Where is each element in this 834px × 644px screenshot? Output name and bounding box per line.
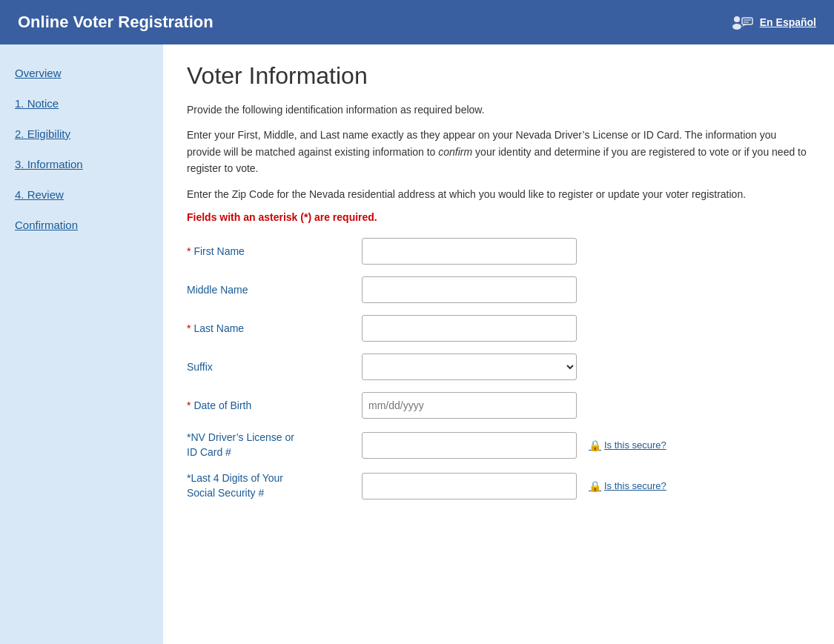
ssn-label: *Last 4 Digits of YourSocial Security # [187,471,350,500]
description-3: Enter the Zip Code for the Nevada reside… [187,186,810,202]
speaker-icon [730,13,754,31]
language-toggle[interactable]: En Español [760,16,816,28]
middle-name-input[interactable] [362,276,577,303]
middle-name-label: Middle Name [187,284,350,296]
svg-point-1 [732,24,741,30]
lock-icon-ssn: 🔒 [589,480,601,492]
svg-rect-2 [742,18,752,24]
nv-license-secure-link[interactable]: 🔒 Is this secure? [589,439,666,451]
main-layout: Overview 1. Notice 2. Eligibility 3. Inf… [0,44,834,644]
sidebar-item-information[interactable]: 3. Information [12,150,151,178]
last-name-required-star: * [187,322,191,334]
last-name-row: *Last Name [187,315,810,342]
description-2: Enter your First, Middle, and Last name … [187,127,810,176]
nv-license-label: *NV Driver’s License orID Card # [187,431,350,459]
header-right: En Español [730,13,816,31]
middle-name-row: Middle Name [187,276,810,303]
suffix-select[interactable]: Jr. Sr. II III IV [362,353,577,380]
nv-license-input[interactable] [362,432,577,459]
main-content: Voter Information Provide the following … [163,44,834,644]
ssn-input[interactable] [362,473,577,499]
dob-required-star: * [187,399,191,411]
first-name-input[interactable] [362,238,577,265]
last-name-input[interactable] [362,315,577,342]
sidebar-item-notice[interactable]: 1. Notice [12,90,151,117]
sidebar: Overview 1. Notice 2. Eligibility 3. Inf… [0,44,163,644]
nv-license-row: *NV Driver’s License orID Card # 🔒 Is th… [187,431,810,459]
dob-input[interactable] [362,392,577,419]
required-notice: Fields with an asterisk (*) are required… [187,211,810,223]
page-title: Voter Information [187,62,810,90]
first-name-row: *First Name [187,238,810,265]
dob-label: *Date of Birth [187,399,350,411]
header: Online Voter Registration En Español [0,0,834,44]
ssn-row: *Last 4 Digits of YourSocial Security # … [187,471,810,500]
last-name-label: *Last Name [187,322,350,334]
dob-row: *Date of Birth [187,392,810,419]
suffix-label: Suffix [187,361,350,373]
sidebar-item-confirmation[interactable]: Confirmation [12,211,151,239]
first-name-label: *First Name [187,245,350,257]
suffix-row: Suffix Jr. Sr. II III IV [187,353,810,380]
ssn-secure-link[interactable]: 🔒 Is this secure? [589,480,666,492]
lock-icon-nv: 🔒 [589,439,601,451]
sidebar-item-overview[interactable]: Overview [12,59,151,87]
sidebar-item-review[interactable]: 4. Review [12,181,151,208]
description-1: Provide the following identification inf… [187,102,810,118]
voter-info-form: *First Name Middle Name *Last Name [187,238,810,500]
header-title: Online Voter Registration [18,13,214,32]
first-name-required-star: * [187,245,191,257]
description-2-italic: confirm [438,146,472,158]
sidebar-item-eligibility[interactable]: 2. Eligibility [12,120,151,147]
svg-point-0 [734,16,740,22]
